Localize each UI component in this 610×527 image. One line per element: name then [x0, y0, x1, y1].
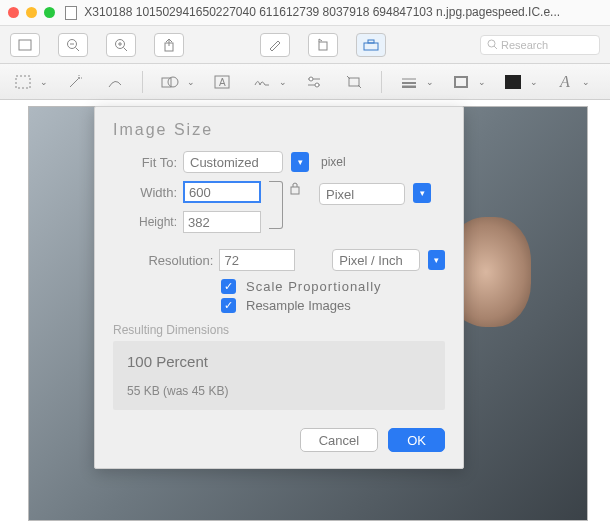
- svg-rect-10: [319, 42, 327, 50]
- lock-icon: [289, 181, 301, 195]
- link-bracket: [269, 181, 283, 229]
- rotate-icon: [316, 38, 330, 52]
- sliders-icon: [306, 75, 322, 89]
- adjust-color-tool[interactable]: [301, 71, 327, 93]
- zoom-out-button[interactable]: [58, 33, 88, 57]
- svg-rect-34: [455, 77, 467, 87]
- line-style-button[interactable]: [396, 71, 422, 93]
- lock-aspect-button[interactable]: [289, 181, 313, 195]
- height-input[interactable]: 382: [183, 211, 261, 233]
- rect-icon: [18, 39, 32, 51]
- chevron-down-icon: ⌄: [426, 77, 434, 87]
- width-input[interactable]: 600: [183, 181, 261, 203]
- svg-rect-0: [19, 40, 31, 50]
- markup-toolbar: ⌄ ⌄ A ⌄ ⌄ ⌄ ⌄ A ⌄: [0, 64, 610, 100]
- svg-line-2: [76, 47, 80, 51]
- svg-rect-35: [291, 187, 299, 194]
- fit-unit-label: pixel: [321, 155, 346, 169]
- svg-rect-28: [349, 78, 359, 86]
- rotate-button[interactable]: [308, 33, 338, 57]
- wand-icon: [67, 74, 83, 90]
- svg-point-17: [78, 77, 80, 79]
- share-button[interactable]: [154, 33, 184, 57]
- chevron-down-icon: ⌄: [530, 77, 538, 87]
- color-swatch-icon: [505, 75, 521, 89]
- document-icon: [65, 6, 77, 20]
- scale-proportionally-checkbox[interactable]: ✓: [221, 279, 236, 294]
- text-box-icon: A: [214, 75, 230, 89]
- resulting-percent: 100 Percent: [127, 353, 431, 370]
- resample-images-checkbox[interactable]: ✓: [221, 298, 236, 313]
- zoom-window-button[interactable]: [44, 7, 55, 18]
- instant-alpha-tool[interactable]: [62, 71, 88, 93]
- adjust-size-tool[interactable]: [341, 71, 367, 93]
- selection-tool[interactable]: [10, 71, 36, 93]
- resolution-unit-dropdown-button[interactable]: ▾: [428, 250, 445, 270]
- resolution-label: Resolution:: [113, 253, 213, 268]
- zoom-in-button[interactable]: [106, 33, 136, 57]
- search-icon: [487, 39, 498, 50]
- text-tool[interactable]: A: [209, 71, 235, 93]
- svg-line-5: [124, 47, 128, 51]
- share-icon: [163, 38, 175, 52]
- cancel-button[interactable]: Cancel: [300, 428, 378, 452]
- main-toolbar: Research: [0, 26, 610, 64]
- resize-icon: [346, 75, 362, 89]
- chevron-down-icon: ⌄: [478, 77, 486, 87]
- pencil-curve-icon: [107, 75, 123, 89]
- highlighter-icon: [268, 39, 282, 51]
- zoom-in-icon: [114, 38, 128, 52]
- svg-rect-12: [368, 40, 374, 43]
- fit-to-select[interactable]: Customized: [183, 151, 283, 173]
- titlebar: X310188 101502941650227040 611612739 803…: [0, 0, 610, 26]
- chevron-down-icon: ⌄: [187, 77, 195, 87]
- svg-rect-15: [16, 76, 30, 88]
- lines-icon: [401, 76, 417, 88]
- selection-icon: [15, 75, 31, 89]
- view-mode-button[interactable]: [10, 33, 40, 57]
- text-style-icon: A: [560, 73, 570, 91]
- minimize-window-button[interactable]: [26, 7, 37, 18]
- fit-to-dropdown-button[interactable]: ▾: [291, 152, 309, 172]
- resolution-unit-select[interactable]: Pixel / Inch: [332, 249, 419, 271]
- window-title: X310188 101502941650227040 611612739 803…: [65, 5, 602, 20]
- width-unit-dropdown-button[interactable]: ▾: [413, 183, 431, 203]
- shapes-icon: [161, 75, 179, 89]
- shapes-tool[interactable]: [157, 71, 183, 93]
- sign-tool[interactable]: [249, 71, 275, 93]
- signature-icon: [253, 75, 271, 89]
- border-color-button[interactable]: [448, 71, 474, 93]
- separator: [381, 71, 382, 93]
- window-controls: [8, 7, 55, 18]
- scale-proportionally-label: Scale Proportionally: [246, 279, 382, 294]
- text-style-button[interactable]: A: [552, 71, 578, 93]
- width-label: Width:: [113, 185, 177, 200]
- ok-button[interactable]: OK: [388, 428, 445, 452]
- border-icon: [453, 75, 469, 89]
- svg-point-26: [309, 77, 313, 81]
- resolution-input[interactable]: 72: [219, 249, 295, 271]
- svg-text:A: A: [219, 77, 226, 88]
- image-size-dialog: Image Size Fit To: Customized ▾ pixel Wi…: [94, 106, 464, 469]
- dialog-title: Image Size: [113, 121, 445, 139]
- sketch-tool[interactable]: [102, 71, 128, 93]
- zoom-out-icon: [66, 38, 80, 52]
- close-window-button[interactable]: [8, 7, 19, 18]
- image-canvas: Image Size Fit To: Customized ▾ pixel Wi…: [0, 100, 610, 527]
- height-label: Height:: [113, 215, 177, 229]
- highlight-button[interactable]: [260, 33, 290, 57]
- fill-color-button[interactable]: [500, 71, 526, 93]
- separator: [142, 71, 143, 93]
- width-unit-select[interactable]: Pixel: [319, 183, 405, 205]
- toolbox-icon: [363, 39, 379, 51]
- chevron-down-icon: ⌄: [279, 77, 287, 87]
- search-input[interactable]: Research: [480, 35, 600, 55]
- resulting-size: 55 KB (was 45 KB): [127, 384, 431, 398]
- chevron-down-icon: ⌄: [582, 77, 590, 87]
- chevron-down-icon: ⌄: [40, 77, 48, 87]
- resample-images-label: Resample Images: [246, 298, 351, 313]
- svg-point-27: [315, 83, 319, 87]
- markup-button[interactable]: [356, 33, 386, 57]
- fit-to-label: Fit To:: [113, 155, 177, 170]
- svg-line-16: [70, 79, 78, 87]
